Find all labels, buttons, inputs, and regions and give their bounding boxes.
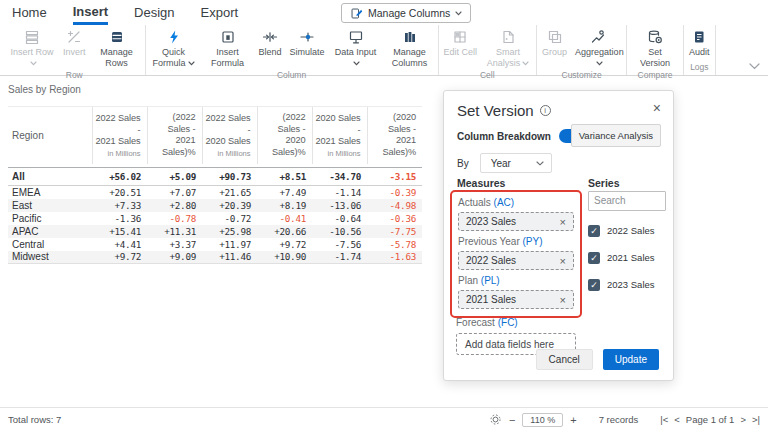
column-header[interactable]: (2020 Sales -2021 Sales)%	[367, 107, 422, 164]
measure-token[interactable]: 2023 Sales×	[458, 212, 574, 231]
series-checkbox-item[interactable]: ✓2022 Sales	[588, 225, 666, 237]
value-cell[interactable]: +2.80	[147, 199, 202, 212]
region-cell[interactable]: All	[8, 168, 92, 186]
value-cell[interactable]: +9.72	[257, 238, 312, 251]
value-cell[interactable]: -1.74	[312, 251, 367, 264]
series-search-input[interactable]	[588, 191, 666, 211]
value-cell[interactable]: -0.78	[147, 212, 202, 225]
column-header-region[interactable]: Region	[8, 107, 92, 164]
table-row[interactable]: East+7.33+2.80+20.39+8.19-13.06-4.98	[8, 199, 422, 212]
insert-formula-button[interactable]: Insert Formula	[201, 25, 255, 69]
value-cell[interactable]: +20.39	[202, 199, 257, 212]
region-cell[interactable]: Central	[8, 238, 92, 251]
value-cell[interactable]: +9.09	[147, 251, 202, 264]
table-row[interactable]: Central+4.41+3.37+11.97+9.72-7.56-5.78	[8, 238, 422, 251]
value-cell[interactable]: +20.51	[92, 186, 147, 199]
checkbox-checked-icon[interactable]: ✓	[588, 279, 600, 291]
checkbox-checked-icon[interactable]: ✓	[588, 225, 600, 237]
value-cell[interactable]: +25.98	[202, 225, 257, 238]
table-row[interactable]: EMEA+20.51+7.07+21.65+7.49-1.14-0.39	[8, 186, 422, 199]
remove-icon[interactable]: ×	[560, 255, 566, 267]
value-cell[interactable]: -0.64	[312, 212, 367, 225]
measure-token[interactable]: 2022 Sales×	[458, 251, 574, 270]
value-cell[interactable]: -0.39	[367, 186, 422, 199]
remove-icon[interactable]: ×	[560, 216, 566, 228]
value-cell[interactable]: +21.65	[202, 186, 257, 199]
tab-home[interactable]: Home	[12, 0, 47, 25]
value-cell[interactable]: -4.98	[367, 199, 422, 212]
value-cell[interactable]: -1.36	[92, 212, 147, 225]
value-cell[interactable]: +8.19	[257, 199, 312, 212]
update-button[interactable]: Update	[603, 349, 659, 370]
value-cell[interactable]: -34.70	[312, 168, 367, 186]
value-cell[interactable]: +56.02	[92, 168, 147, 186]
remove-icon[interactable]: ×	[560, 294, 566, 306]
column-header[interactable]: 2022 Sales -2020 Salesin Millions	[202, 107, 257, 164]
value-cell[interactable]: +5.09	[147, 168, 202, 186]
tab-export[interactable]: Export	[201, 0, 239, 25]
value-cell[interactable]: -1.14	[312, 186, 367, 199]
manage-columns-dropdown[interactable]: Manage Columns	[341, 3, 471, 23]
value-cell[interactable]: +10.90	[257, 251, 312, 264]
blend-button[interactable]: Blend	[255, 25, 286, 58]
value-cell[interactable]: -0.36	[367, 212, 422, 225]
next-page-button[interactable]: >	[740, 414, 746, 425]
value-cell[interactable]: +90.73	[202, 168, 257, 186]
value-cell[interactable]: +9.72	[92, 251, 147, 264]
column-header[interactable]: (2022 Sales -2020 Sales)%	[257, 107, 312, 164]
value-cell[interactable]: +11.31	[147, 225, 202, 238]
value-cell[interactable]: +20.66	[257, 225, 312, 238]
value-cell[interactable]: +4.41	[92, 238, 147, 251]
data-input-button[interactable]: Data Input	[329, 25, 383, 69]
value-cell[interactable]: -0.72	[202, 212, 257, 225]
first-page-button[interactable]: |<	[660, 414, 668, 425]
series-checkbox-item[interactable]: ✓2023 Sales	[588, 279, 666, 291]
set-version-button[interactable]: Set Version	[628, 25, 682, 69]
zoom-in-button[interactable]: +	[570, 414, 576, 426]
value-cell[interactable]: +11.46	[202, 251, 257, 264]
region-cell[interactable]: Pacific	[8, 212, 92, 225]
value-cell[interactable]: +3.37	[147, 238, 202, 251]
table-row[interactable]: Pacific-1.36-0.78-0.72-0.41-0.64-0.36	[8, 212, 422, 225]
value-cell[interactable]: -0.41	[257, 212, 312, 225]
region-cell[interactable]: EMEA	[8, 186, 92, 199]
value-cell[interactable]: -10.56	[312, 225, 367, 238]
value-cell[interactable]: -7.75	[367, 225, 422, 238]
aggregation-button[interactable]: Aggregation	[571, 25, 625, 69]
column-header[interactable]: (2022 Sales -2021 Sales)%	[147, 107, 202, 164]
value-cell[interactable]: -7.56	[312, 238, 367, 251]
series-checkbox-item[interactable]: ✓2021 Sales	[588, 252, 666, 264]
region-cell[interactable]: East	[8, 199, 92, 212]
measure-token[interactable]: 2021 Sales×	[458, 290, 574, 309]
info-icon[interactable]: i	[540, 105, 551, 116]
settings-gear-icon[interactable]	[489, 413, 502, 426]
audit-button[interactable]: Audit	[685, 25, 714, 58]
column-header[interactable]: 2022 Sales -2021 Salesin Millions	[92, 107, 147, 164]
table-row[interactable]: Midwest+9.72+9.09+11.46+10.90-1.74-1.63	[8, 251, 422, 264]
zoom-level-value[interactable]: 110 %	[522, 413, 563, 427]
by-year-select[interactable]: Year	[480, 153, 552, 173]
table-row[interactable]: All+56.02+5.09+90.73+8.51-34.70-3.15	[8, 168, 422, 186]
value-cell[interactable]: -13.06	[312, 199, 367, 212]
tab-insert[interactable]: Insert	[73, 0, 108, 25]
column-header[interactable]: 2020 Sales -2021 Salesin Millions	[312, 107, 367, 164]
zoom-out-button[interactable]: −	[509, 414, 515, 426]
table-row[interactable]: APAC+15.41+11.31+25.98+20.66-10.56-7.75	[8, 225, 422, 238]
close-icon[interactable]: ×	[653, 100, 661, 116]
value-cell[interactable]: +11.97	[202, 238, 257, 251]
value-cell[interactable]: +7.49	[257, 186, 312, 199]
simulate-button[interactable]: Simulate	[286, 25, 329, 58]
value-cell[interactable]: -5.78	[367, 238, 422, 251]
region-cell[interactable]: Midwest	[8, 251, 92, 264]
collapse-ribbon-chevron-icon[interactable]	[749, 56, 760, 74]
value-cell[interactable]: +8.51	[257, 168, 312, 186]
previous-page-button[interactable]: <	[674, 414, 680, 425]
quick-formula-button[interactable]: Quick Formula	[147, 25, 201, 69]
last-page-button[interactable]: >|	[752, 414, 760, 425]
checkbox-checked-icon[interactable]: ✓	[588, 252, 600, 264]
manage-rows-button[interactable]: Manage Rows	[90, 25, 144, 69]
region-cell[interactable]: APAC	[8, 225, 92, 238]
cancel-button[interactable]: Cancel	[536, 349, 593, 370]
variance-analysis-button[interactable]: Variance Analysis	[571, 124, 661, 147]
tab-design[interactable]: Design	[134, 0, 174, 25]
